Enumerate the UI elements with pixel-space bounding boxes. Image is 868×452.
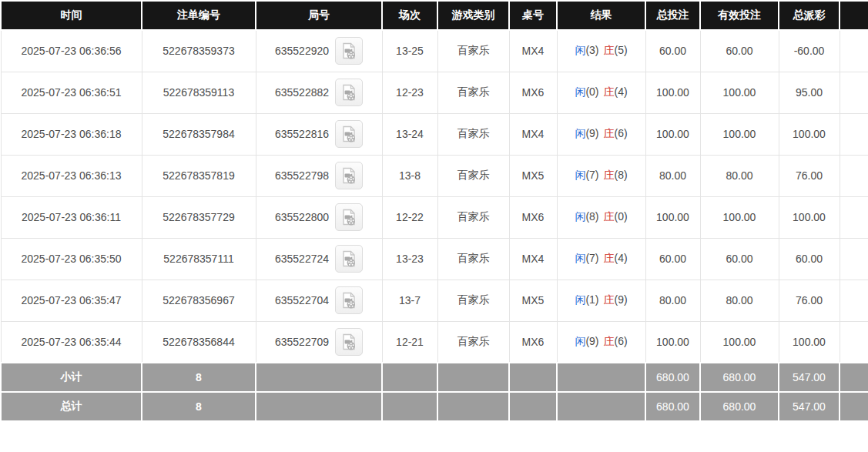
round-cell: 635522704	[256, 280, 382, 321]
player-score: (7)	[585, 169, 598, 181]
bet-id-cell: 522678357819	[142, 155, 256, 196]
result-cell: 闲(7)庄(8)	[557, 155, 645, 196]
total-bet-value[interactable]: 60.00	[645, 30, 700, 72]
player-score: (8)	[585, 210, 598, 223]
game-type-cell: 百家乐	[437, 196, 509, 238]
game-type-cell: 百家乐	[437, 30, 509, 72]
round-number: 635522798	[275, 169, 329, 182]
total-payout: 547.00	[779, 392, 840, 421]
banker-score: (5)	[615, 44, 628, 56]
banker-result: 庄	[604, 85, 615, 98]
video-replay-button[interactable]	[335, 162, 363, 189]
table-no-cell: MX5	[509, 155, 557, 196]
player-result: 闲	[575, 252, 585, 264]
subtotal-row: 小计 8 680.00 680.00 547.00	[1, 363, 868, 392]
round-cell: 635522816	[256, 113, 382, 155]
session-cell: 13-7	[382, 280, 437, 321]
bet-id-cell: 522678356844	[142, 321, 256, 363]
game-type-cell: 百家乐	[437, 155, 509, 196]
video-replay-button[interactable]	[335, 79, 363, 106]
round-cell: 635522800	[256, 196, 382, 238]
video-replay-button[interactable]	[335, 245, 363, 273]
payout-value: 95.00	[779, 72, 840, 113]
session-cell: 13-8	[382, 155, 437, 196]
empty-cell	[256, 392, 382, 421]
video-file-icon	[340, 42, 358, 60]
total-bet-value[interactable]: 100.00	[645, 196, 700, 238]
round-number: 635522816	[275, 128, 329, 140]
table-no-cell: MX5	[509, 280, 557, 321]
col-header-result: 结果	[557, 1, 645, 30]
total-bet-value[interactable]: 80.00	[645, 280, 700, 321]
player-score: (7)	[585, 252, 598, 264]
round-number: 635522882	[275, 86, 329, 99]
banker-result: 庄	[604, 335, 615, 347]
game-type-cell: 百家乐	[437, 280, 509, 321]
banker-result: 庄	[604, 293, 615, 306]
bet-id-cell: 522678357111	[142, 238, 256, 280]
bet-id-cell: 522678356967	[142, 280, 256, 321]
session-cell: 12-21	[382, 321, 437, 363]
empty-cell	[840, 196, 868, 238]
payout-value: 100.00	[779, 321, 840, 363]
total-bet-value[interactable]: 80.00	[645, 155, 700, 196]
valid-bet-value: 100.00	[700, 113, 779, 155]
table-body: 2025-07-23 06:36:56 522678359373 6355229…	[1, 30, 868, 363]
player-result: 闲	[575, 169, 585, 181]
payout-value: -60.00	[779, 30, 840, 72]
round-cell: 635522920	[256, 30, 382, 72]
result-cell: 闲(0)庄(4)	[557, 72, 645, 113]
col-header-total-bet: 总投注	[645, 1, 700, 30]
video-file-icon	[340, 249, 358, 268]
video-replay-button[interactable]	[335, 203, 363, 231]
game-type-cell: 百家乐	[437, 238, 509, 280]
bet-id-cell: 522678359373	[142, 30, 256, 72]
empty-cell	[840, 280, 868, 321]
video-file-icon	[340, 208, 358, 226]
time-cell: 2025-07-23 06:35:47	[1, 280, 142, 321]
round-cell: 635522798	[256, 155, 382, 196]
empty-cell	[557, 363, 645, 392]
video-file-icon	[340, 125, 358, 143]
result-cell: 闲(9)庄(6)	[557, 321, 645, 363]
col-header-payout: 总派彩	[779, 1, 840, 30]
table-row: 2025-07-23 06:36:11 522678357729 6355228…	[1, 196, 868, 238]
player-result: 闲	[575, 335, 585, 347]
banker-result: 庄	[604, 252, 615, 264]
valid-bet-value: 60.00	[700, 238, 779, 280]
player-score: (1)	[585, 293, 598, 306]
empty-cell	[256, 363, 382, 392]
table-row: 2025-07-23 06:35:47 522678356967 6355227…	[1, 280, 868, 321]
table-header: 时间 注单编号 局号 场次 游戏类别 桌号 结果 总投注 有效投注 总派彩	[1, 1, 868, 30]
round-number: 635522704	[275, 294, 329, 306]
time-cell: 2025-07-23 06:35:50	[1, 238, 142, 280]
round-cell: 635522882	[256, 72, 382, 113]
total-bet-value[interactable]: 100.00	[645, 113, 700, 155]
result-cell: 闲(7)庄(4)	[557, 238, 645, 280]
total-bet-value[interactable]: 60.00	[645, 238, 700, 280]
subtotal-valid-bet: 680.00	[700, 363, 779, 392]
header-row: 时间 注单编号 局号 场次 游戏类别 桌号 结果 总投注 有效投注 总派彩	[1, 1, 868, 30]
time-cell: 2025-07-23 06:36:51	[1, 72, 142, 113]
banker-result: 庄	[604, 210, 615, 223]
empty-cell	[840, 363, 868, 392]
empty-cell	[382, 392, 437, 421]
total-bet-value[interactable]: 100.00	[645, 72, 700, 113]
valid-bet-value: 100.00	[700, 196, 779, 238]
video-replay-button[interactable]	[335, 37, 363, 65]
empty-cell	[382, 363, 437, 392]
video-replay-button[interactable]	[335, 286, 363, 314]
round-number: 635522920	[275, 45, 329, 57]
video-replay-button[interactable]	[335, 120, 363, 148]
banker-score: (9)	[615, 293, 628, 306]
total-count: 8	[142, 392, 256, 421]
result-cell: 闲(9)庄(6)	[557, 113, 645, 155]
empty-cell	[437, 363, 509, 392]
video-replay-button[interactable]	[335, 328, 363, 356]
col-header-session: 场次	[382, 1, 437, 30]
total-bet-value[interactable]: 100.00	[645, 321, 700, 363]
session-cell: 12-23	[382, 72, 437, 113]
table-no-cell: MX6	[509, 72, 557, 113]
banker-score: (6)	[615, 127, 628, 139]
banker-score: (4)	[615, 252, 628, 264]
